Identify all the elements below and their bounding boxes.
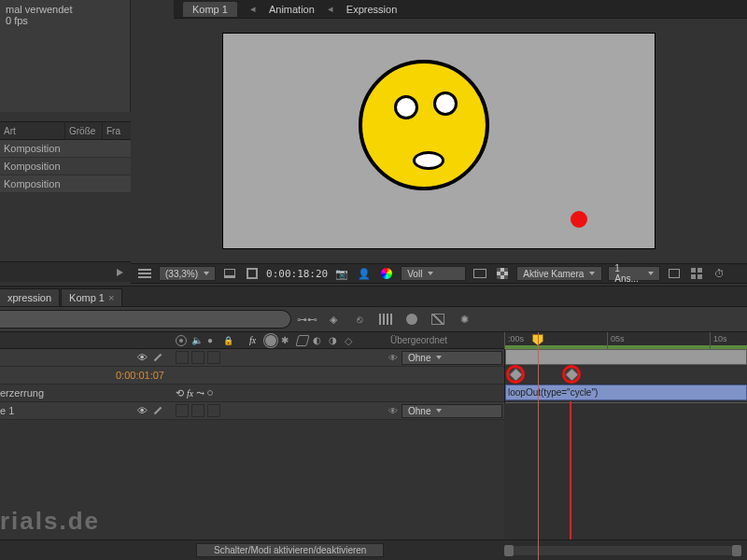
expression-bar[interactable]: loopOut(type="cycle") [505,385,747,400]
timeline-bottom-bar: Schalter/Modi aktivieren/deaktivieren [0,539,747,560]
fx-icon[interactable]: fx [187,388,193,399]
adjustment-header-icon[interactable]: ◑ [329,335,340,346]
layer-name[interactable]: e 1 [0,405,14,416]
col-size[interactable]: Größe [65,122,103,139]
preview-canvas[interactable] [223,34,655,248]
layer-row[interactable]: e 1 👁 Ohne [0,402,504,420]
smiley-shape [359,60,489,190]
reel-icon[interactable] [472,266,488,281]
parent-column-header: Übergeordnet [390,335,447,345]
crop-icon[interactable] [244,266,261,281]
fx-header-icon[interactable]: fx [249,335,261,346]
shy-icon[interactable]: ⎋ [351,311,368,328]
track-row[interactable] [505,349,747,367]
screen-icon[interactable] [666,266,683,281]
secondary-time-marker[interactable] [570,401,571,539]
switch-slot[interactable] [207,351,220,364]
resolution-icon[interactable] [221,266,238,281]
brainstorm-icon[interactable]: ✺ [456,311,472,328]
lock-header-icon[interactable] [223,335,234,346]
keyframe-icon[interactable] [565,368,580,383]
person-icon[interactable] [356,266,373,281]
solo-header-icon[interactable]: ● [207,335,218,346]
switch-slot[interactable] [191,404,204,417]
expression-text[interactable]: loopOut(type="cycle") [508,387,598,398]
smiley-eye-left [394,95,418,119]
switch-slot[interactable] [176,404,189,417]
expression-toggle-icon[interactable] [207,390,213,396]
watermark-text: rials.de [0,507,100,536]
current-time-indicator-line[interactable] [538,332,539,560]
project-row[interactable]: Komposition [0,158,131,175]
switch-slot[interactable] [207,404,220,417]
ruler-tick: 10s [710,332,727,349]
expression-pickwhip-icon[interactable]: ⤳ [196,387,204,399]
project-row[interactable]: Komposition [0,140,131,158]
pickwhip-icon[interactable] [388,352,398,363]
parent-dropdown[interactable]: Ohne [402,351,502,365]
breadcrumb-animation[interactable]: Animation [269,4,315,15]
reset-icon[interactable]: ⟲ [176,387,184,399]
layer-duration-bar[interactable] [505,349,747,365]
preview-toolbar: (33,3%) 0:00:18:20 Voll Aktive Kamera 1 … [131,263,747,284]
breadcrumb: Komp 1 ◂ Animation ◂ Expression [174,0,747,19]
pickwhip-icon[interactable] [388,405,398,416]
snapshot-icon[interactable] [333,266,350,281]
track-row[interactable] [505,367,747,385]
switch-slot[interactable] [176,351,189,364]
composition-preview[interactable] [131,19,747,263]
timeline-tab-expression[interactable]: xpression [0,288,60,306]
zoom-dropdown[interactable]: (33,3%) [159,266,216,281]
breadcrumb-expression[interactable]: Expression [346,4,397,15]
node-icon[interactable]: ⊶⊷ [299,311,316,328]
grid-icon[interactable] [688,266,705,281]
comp-tab[interactable]: Komp 1 [183,2,237,17]
transparency-grid-icon[interactable] [494,266,511,281]
parent-dropdown[interactable]: Ohne [402,404,502,418]
graph-icon[interactable] [430,311,446,328]
track-row[interactable]: loopOut(type="cycle") [505,385,747,402]
property-timecode[interactable]: 0:00:01:07 [0,370,172,381]
frameblend-icon[interactable] [377,311,394,328]
switches-modes-toggle[interactable]: Schalter/Modi aktivieren/deaktivieren [196,543,384,557]
timeline-search-input[interactable] [0,310,291,329]
views-count-dropdown[interactable]: 1 Ans... [608,266,660,281]
play-icon[interactable] [117,269,123,276]
timeline-zoom-slider[interactable] [504,546,741,555]
ruler-tick: 05s [607,332,625,349]
zoom-slider-handle[interactable] [732,545,741,556]
time-ruler[interactable]: :00s 05s 10s [504,332,747,349]
motionblur-header-icon[interactable]: ◐ [313,335,324,346]
view-dropdown[interactable]: Aktive Kamera [516,266,602,281]
close-icon[interactable]: × [108,292,114,303]
col-art[interactable]: Art [0,122,65,139]
keyframe-icon[interactable] [509,368,524,383]
project-row[interactable]: Komposition [0,175,131,193]
color-wheel-icon[interactable] [378,266,395,281]
edit-icon[interactable] [151,404,164,417]
3d-header-icon[interactable] [345,335,356,346]
cube-icon[interactable]: ◈ [325,311,342,328]
layer-row[interactable]: 👁 Ohne [0,349,504,367]
zoom-slider-handle[interactable] [504,545,514,556]
hamburger-icon[interactable] [136,266,153,281]
preview-timecode[interactable]: 0:00:18:20 [266,268,328,280]
visibility-header-icon[interactable] [176,335,187,346]
edit-icon[interactable] [151,351,164,364]
visibility-icon[interactable]: 👁 [135,351,148,364]
col-fra[interactable]: Fra [103,122,129,139]
timeline-tab-komp1[interactable]: Komp 1× [61,288,122,306]
tracks-empty-area[interactable] [504,403,747,539]
switch-slot[interactable] [191,351,204,364]
layer-name[interactable]: erzerrung [0,387,44,399]
property-row[interactable]: 0:00:01:07 [0,367,504,385]
timer-icon[interactable]: ⏱ [711,266,727,281]
audio-header-icon[interactable]: 🔈 [191,335,203,346]
resolution-dropdown[interactable]: Voll [401,266,466,281]
motionblur-icon[interactable] [403,311,420,328]
visibility-icon[interactable]: 👁 [135,404,148,417]
frameblend-header-icon[interactable] [295,335,309,346]
collapse-header-icon[interactable]: ✱ [281,335,292,346]
layer-row[interactable]: erzerrung ⟲ fx ⤳ [0,385,504,402]
quality-header-icon[interactable] [265,335,276,346]
